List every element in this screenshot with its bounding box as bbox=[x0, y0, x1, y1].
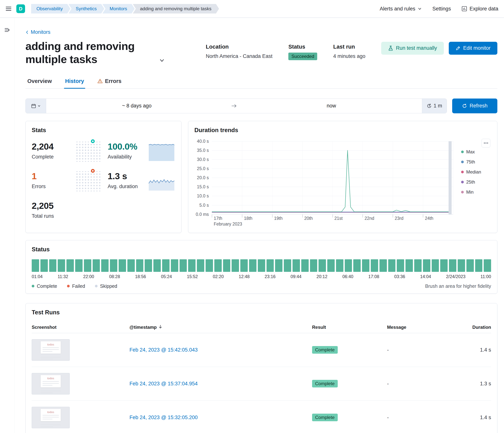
explore-data-link[interactable]: Explore data bbox=[461, 6, 498, 12]
status-bar bbox=[206, 259, 213, 272]
timestamp-cell: Feb 24, 2023 @ 15:42:05.043 bbox=[129, 347, 312, 353]
x-axis-label: 19th bbox=[272, 216, 283, 221]
status-bar bbox=[93, 259, 100, 272]
duration-trends-panel: Duration trends 40.0 s35.0 s30.0 s25.0 s… bbox=[188, 121, 497, 233]
test-runs-title: Test Runs bbox=[32, 309, 491, 316]
expand-sidebar-icon bbox=[4, 27, 10, 33]
stat-errors-value: 1 bbox=[32, 171, 75, 181]
status-bar bbox=[214, 259, 222, 272]
stats-grid: 2,204 Complete 100.0% Availability 1 E bbox=[32, 141, 175, 219]
x-axis-month-label: February 2023 bbox=[214, 222, 242, 227]
legend-item-max[interactable]: Max bbox=[461, 149, 491, 154]
page-title: adding and removing multiple tasks bbox=[26, 39, 154, 66]
stat-avg-duration-label: Avg. duration bbox=[108, 184, 148, 189]
status-bar bbox=[310, 259, 317, 272]
status-bar bbox=[171, 259, 178, 272]
screenshot-thumbnail[interactable]: todos bbox=[32, 339, 70, 361]
date-range-end[interactable]: now bbox=[241, 99, 422, 113]
tab-errors[interactable]: Errors bbox=[96, 78, 123, 89]
status-bar bbox=[414, 259, 422, 272]
stat-total-runs-value: 2,205 bbox=[32, 200, 75, 211]
settings-link[interactable]: Settings bbox=[432, 6, 451, 12]
x-axis-label: 23rd bbox=[393, 216, 403, 221]
breadcrumb-item[interactable]: Monitors bbox=[102, 4, 135, 13]
status-footer: CompleteFailedSkipped Brush an area for … bbox=[32, 283, 491, 289]
message-cell: - bbox=[387, 381, 453, 387]
tab-overview[interactable]: Overview bbox=[26, 78, 53, 89]
monitor-select-button[interactable] bbox=[159, 57, 165, 64]
breadcrumb-item[interactable]: Observability bbox=[31, 4, 71, 13]
refresh-label: Refresh bbox=[470, 103, 488, 109]
chart-options-button[interactable] bbox=[482, 139, 490, 147]
timestamp-cell: Feb 24, 2023 @ 15:32:05.200 bbox=[129, 415, 312, 420]
status-bar bbox=[145, 259, 152, 272]
status-x-label: 06:40 bbox=[342, 274, 353, 279]
status-bar bbox=[162, 259, 170, 272]
column-header-message: Message bbox=[387, 325, 453, 330]
refresh-interval-button[interactable]: 1 m bbox=[422, 99, 447, 113]
date-picker-bar: ~ 8 days ago now 1 m Refresh bbox=[26, 99, 497, 113]
breadcrumb-item[interactable]: Synthetics bbox=[69, 4, 104, 13]
legend-item-median[interactable]: Median bbox=[461, 169, 491, 175]
back-link[interactable]: Monitors bbox=[26, 29, 51, 35]
status-bar bbox=[484, 259, 491, 272]
quick-select-button[interactable] bbox=[26, 99, 46, 113]
legend-item-25th[interactable]: 25th bbox=[461, 179, 491, 185]
tab-history[interactable]: History bbox=[64, 78, 85, 89]
monitor-meta: Location North America - Canada East Sta… bbox=[206, 44, 365, 60]
status-bar bbox=[475, 259, 483, 272]
page-actions: Run test manually Edit monitor bbox=[381, 42, 497, 55]
refresh-interval-value: 1 m bbox=[433, 103, 442, 109]
result-badge: Complete bbox=[312, 380, 338, 388]
edit-monitor-button[interactable]: Edit monitor bbox=[449, 42, 497, 55]
expand-sidebar-button[interactable] bbox=[4, 27, 10, 33]
collapsed-sidebar bbox=[0, 18, 14, 433]
duration-legend: Max75thMedian25thMin bbox=[453, 141, 491, 226]
settings-label: Settings bbox=[432, 6, 451, 12]
legend-dot bbox=[461, 151, 464, 153]
caret-down-icon bbox=[38, 104, 41, 108]
tabs: OverviewHistoryErrors bbox=[26, 78, 497, 89]
y-axis-label: 0.0 ms bbox=[196, 212, 209, 217]
flask-icon bbox=[388, 45, 393, 51]
status-bar bbox=[101, 259, 108, 272]
status-bar bbox=[432, 259, 439, 272]
duration-x-axis: February 2023 17th18th19th20th21st22nd23… bbox=[212, 214, 453, 226]
status-x-label: 15:52 bbox=[187, 274, 198, 279]
status-title: Status bbox=[32, 246, 491, 253]
refresh-button[interactable]: Refresh bbox=[452, 99, 497, 113]
status-x-label: 01:04 bbox=[32, 274, 43, 279]
last-run-value: 4 minutes ago bbox=[333, 53, 365, 59]
result-badge: Complete bbox=[312, 414, 338, 421]
legend-item-75th[interactable]: 75th bbox=[461, 159, 491, 165]
duration-plot[interactable] bbox=[212, 141, 453, 214]
gridline bbox=[453, 141, 453, 214]
super-date-picker: ~ 8 days ago now 1 m bbox=[26, 99, 447, 113]
x-axis-label: 22nd bbox=[363, 216, 374, 221]
stats-panel: Stats 2,204 Complete 100.0% Availability bbox=[26, 121, 181, 233]
test-run-timestamp-link[interactable]: Feb 24, 2023 @ 15:42:05.043 bbox=[129, 347, 198, 353]
y-axis-label: 5.0 s bbox=[199, 203, 209, 208]
screenshot-cell: todos bbox=[32, 407, 129, 428]
screenshot-thumbnail[interactable]: todos bbox=[32, 373, 70, 395]
legend-item-min[interactable]: Min bbox=[461, 189, 491, 195]
hamburger-menu-button[interactable] bbox=[6, 6, 11, 11]
test-run-row: todosFeb 24, 2023 @ 15:32:05.200Complete… bbox=[32, 401, 491, 433]
status-bar bbox=[362, 259, 369, 272]
boxes-horizontal-icon bbox=[484, 141, 488, 146]
status-histogram[interactable] bbox=[32, 259, 491, 272]
test-runs-panel: Test Runs Screenshot@timestampResultMess… bbox=[26, 303, 497, 433]
alerts-and-rules-dropdown[interactable]: Alerts and rules bbox=[380, 6, 422, 12]
run-test-manually-button[interactable]: Run test manually bbox=[381, 42, 444, 55]
column-header-timestamp[interactable]: @timestamp bbox=[129, 325, 312, 330]
pencil-icon bbox=[456, 46, 460, 51]
screenshot-thumbnail[interactable]: todos bbox=[32, 407, 70, 428]
test-run-timestamp-link[interactable]: Feb 24, 2023 @ 15:37:04.954 bbox=[129, 381, 198, 387]
x-axis-label: 17th bbox=[212, 216, 222, 221]
space-avatar[interactable]: D bbox=[16, 4, 25, 13]
status-legend-failed: Failed bbox=[67, 283, 85, 289]
date-range-start[interactable]: ~ 8 days ago bbox=[46, 99, 227, 113]
test-run-timestamp-link[interactable]: Feb 24, 2023 @ 15:32:05.200 bbox=[129, 415, 198, 420]
duration-y-axis: 40.0 s35.0 s30.0 s25.0 s20.0 s15.0 s10.0… bbox=[194, 141, 212, 214]
duration-trends-title: Duration trends bbox=[194, 127, 491, 134]
